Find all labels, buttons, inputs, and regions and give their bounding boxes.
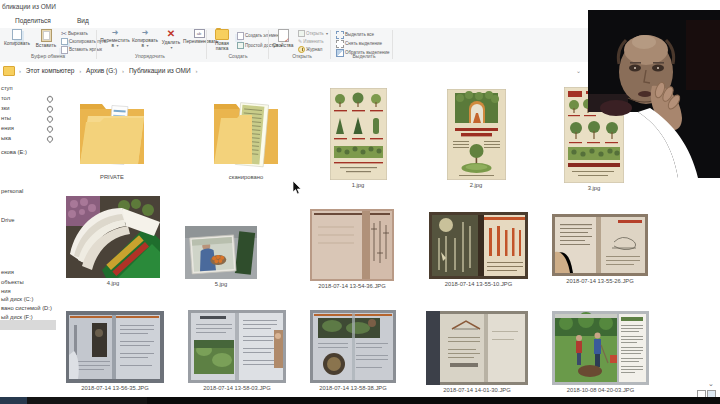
- sidebar-item-videos[interactable]: ния: [1, 288, 11, 294]
- chevron-right-icon: ›: [196, 68, 198, 74]
- file-name: 2018-07-14 13-56-35.JPG: [64, 385, 166, 391]
- copy-button[interactable]: Копировать: [2, 29, 32, 46]
- move-to-icon: ➜: [100, 29, 130, 37]
- select-none-icon: [336, 40, 344, 48]
- sidebar-item-music[interactable]: ыка: [1, 135, 11, 141]
- rename-icon: ab: [194, 29, 205, 38]
- copy-to-button[interactable]: ➜ Копировать в: [131, 29, 159, 48]
- file-20180714-135436[interactable]: 2018-07-14 13-54-36.JPG: [308, 209, 396, 289]
- properties-button[interactable]: Свойства: [271, 29, 295, 48]
- file-4jpg[interactable]: 4.jpg: [64, 196, 162, 286]
- sidebar-item-pictures[interactable]: ения: [1, 125, 14, 131]
- thumbnail-image: [426, 311, 528, 385]
- copy-icon: [12, 29, 22, 40]
- tab-view[interactable]: Вид: [77, 17, 89, 24]
- sidebar-item-downloads[interactable]: зки: [1, 105, 9, 111]
- file-1jpg[interactable]: 1.jpg: [328, 88, 388, 188]
- thumbnail-image: [552, 311, 649, 385]
- file-20180714-135526[interactable]: 2018-07-14 13-55-26.JPG: [550, 214, 650, 284]
- file-name: 2018-10-08 04-20-03.JPG: [550, 387, 651, 393]
- file-2jpg[interactable]: 2.jpg: [445, 89, 507, 188]
- file-folder-private[interactable]: PRIVATE: [62, 92, 162, 180]
- bottom-letterbox-bar: [0, 397, 720, 404]
- copy-to-icon: ➜: [131, 29, 159, 37]
- sidebar-item-selected-drive-g[interactable]: [0, 320, 56, 330]
- file-5jpg[interactable]: 5.jpg: [184, 226, 258, 287]
- ribbon: Копировать Вставить ✂Вырезать Скопироват…: [0, 28, 650, 63]
- sidebar-item-3d-objects[interactable]: объекты: [1, 279, 24, 285]
- organize-group-label: Упорядочить: [112, 53, 188, 59]
- thumbnail-image: [185, 226, 257, 279]
- sidebar-item-personal[interactable]: personal: [1, 188, 23, 194]
- address-dropdown-icon[interactable]: ⌄: [576, 67, 581, 74]
- file-20180714-135803[interactable]: 2018-07-14 13-58-03.JPG: [186, 310, 288, 391]
- webcam-overlay: [586, 6, 720, 180]
- sidebar-item-desktop[interactable]: тол: [1, 95, 10, 101]
- chevron-right-icon: ›: [122, 68, 124, 74]
- thumbnail-image: [310, 209, 394, 281]
- select-group-label: Выделить: [336, 53, 392, 59]
- file-20180714-135510[interactable]: 2018-07-14 13-55-10.JPG: [427, 212, 530, 287]
- taskbar-fragment: [0, 397, 27, 404]
- cut-button[interactable]: ✂Вырезать: [61, 30, 88, 37]
- pin-icon: [46, 115, 54, 123]
- ribbon-tab-row: Поделиться Вид: [0, 14, 650, 28]
- edit-button[interactable]: ✎Изменить: [298, 38, 324, 45]
- move-to-button[interactable]: ➜ Переместить в: [100, 29, 130, 48]
- tab-share[interactable]: Поделиться: [15, 17, 51, 24]
- pin-icon: [46, 135, 54, 143]
- select-none-button[interactable]: Снять выделение: [336, 40, 382, 48]
- new-folder-button[interactable]: Новая папка: [209, 29, 235, 51]
- window-title: бликации из ОМИ: [2, 3, 56, 10]
- sidebar-item-drive-e[interactable]: скова (E:): [1, 149, 27, 155]
- breadcrumb-this-pc[interactable]: Этот компьютер: [26, 67, 75, 74]
- file-name: 2018-07-14 13-54-36.JPG: [308, 283, 396, 289]
- open-icon: [298, 30, 305, 37]
- select-all-icon: [336, 31, 344, 39]
- breadcrumb-drive[interactable]: Архив (G:): [86, 67, 117, 74]
- sidebar-item-disk-d[interactable]: вано системой (D:): [1, 305, 52, 311]
- pin-icon: [46, 105, 54, 113]
- pin-icon: [46, 95, 54, 103]
- file-folder-scanned[interactable]: сканировано: [196, 92, 296, 180]
- sidebar-item-documents[interactable]: нты: [1, 115, 11, 121]
- address-bar[interactable]: › Этот компьютер › Архив (G:) › Публикац…: [0, 62, 650, 81]
- chevron-right-icon: ›: [79, 68, 81, 74]
- file-20180714-135635[interactable]: 2018-07-14 13-56-35.JPG: [64, 311, 166, 391]
- new-item-icon: [237, 32, 244, 40]
- sidebar-item-disk-c[interactable]: ый диск (C:): [1, 296, 33, 302]
- new-group-label: Создать: [212, 53, 264, 59]
- file-name: 2018-07-14 14-01-30.JPG: [424, 387, 530, 393]
- cut-icon: ✂: [61, 30, 67, 37]
- paste-button[interactable]: Вставить: [33, 29, 59, 48]
- thumbnail-image: [188, 310, 286, 383]
- thumbnail-image: [66, 196, 160, 278]
- navigation-pane: ступ тол зки нты ения ыка скова (E:) per…: [0, 80, 57, 396]
- file-20180714-135838[interactable]: 2018-07-14 13-58-38.JPG: [308, 310, 398, 391]
- paste-icon: [41, 29, 52, 42]
- file-20181008-042003[interactable]: 2018-10-08 04-20-03.JPG: [550, 311, 651, 393]
- scrollbar-down-icon[interactable]: ⌄: [708, 380, 714, 388]
- delete-button[interactable]: ✕ Удалить: [160, 29, 182, 50]
- breadcrumb-folder[interactable]: Публикации из ОМИ: [129, 67, 191, 74]
- file-name: 1.jpg: [328, 182, 388, 188]
- sidebar-item-quick-access[interactable]: ступ: [1, 85, 13, 91]
- file-20180714-140130[interactable]: 2018-07-14 14-01-30.JPG: [424, 311, 530, 393]
- edit-icon: ✎: [298, 38, 302, 45]
- file-name: 2018-07-14 13-58-03.JPG: [186, 385, 288, 391]
- file-name: 4.jpg: [64, 280, 162, 286]
- thumbnail-image: [552, 214, 648, 276]
- select-all-button[interactable]: Выделить все: [336, 31, 374, 39]
- open-button[interactable]: Открыть: [298, 30, 328, 37]
- file-name: 5.jpg: [184, 281, 258, 287]
- file-name: 3.jpg: [563, 185, 625, 191]
- new-folder-icon: [215, 29, 229, 40]
- breadcrumb: › Этот компьютер › Архив (G:) › Публикац…: [16, 67, 201, 74]
- sidebar-item-onedrive[interactable]: Drive: [1, 217, 15, 223]
- sidebar-item-pictures-pc[interactable]: ения: [1, 269, 14, 275]
- thumbnail-image: [447, 89, 506, 180]
- open-group-label: Открыть: [276, 53, 328, 59]
- file-name: 2018-07-14 13-55-10.JPG: [427, 281, 530, 287]
- easy-access-icon: [237, 42, 244, 49]
- folder-scanned-icon: [200, 92, 292, 172]
